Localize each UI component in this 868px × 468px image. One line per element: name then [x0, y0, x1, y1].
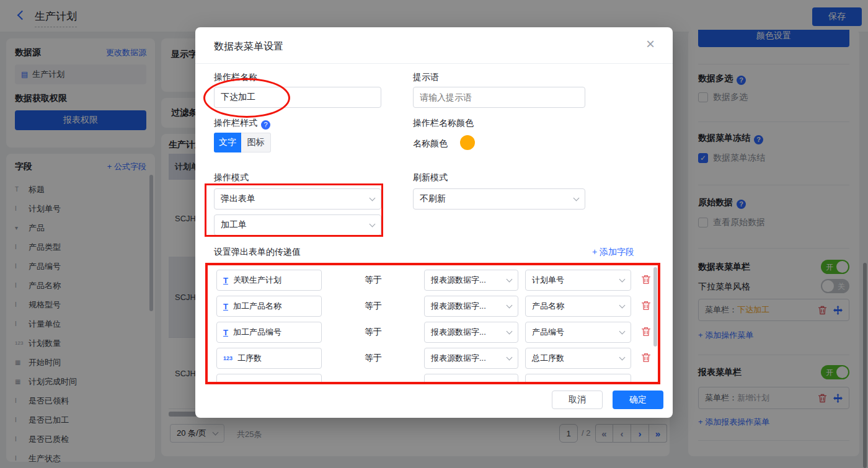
source-field-select[interactable]: 计划单号 — [525, 270, 631, 291]
action-mode-label: 操作模式 — [214, 172, 249, 183]
source-type-value: 报表源数据字... — [431, 301, 486, 312]
name-color-label: 操作栏名称颜色 — [413, 118, 474, 129]
source-type-select[interactable]: 报表源数据字... — [424, 322, 518, 343]
name-color-text: 名称颜色 — [413, 138, 448, 149]
add-field-link[interactable]: + 添加字段 — [592, 247, 634, 258]
refresh-mode-label: 刷新模式 — [413, 172, 448, 183]
action-name-input[interactable] — [214, 87, 381, 108]
source-type-select[interactable]: 报表源数据字... — [424, 348, 518, 369]
operator-label: 等于 — [365, 353, 382, 364]
source-field-value: 产品名称 — [532, 301, 564, 312]
modal-title: 数据表菜单设置 — [214, 40, 283, 53]
transfer-field-input[interactable] — [216, 374, 322, 383]
delete-row-button[interactable] — [641, 353, 651, 365]
chevron-down-icon — [507, 354, 513, 360]
operator-label: 等于 — [365, 301, 382, 312]
transfer-field-name: 加工产品编号 — [233, 327, 281, 338]
tip-input[interactable] — [413, 87, 585, 108]
style-text-option[interactable]: 文字 — [214, 133, 241, 152]
transfer-field-name: 工序数 — [237, 353, 262, 364]
source-field-value: 产品编号 — [532, 327, 564, 338]
source-field-select[interactable]: 产品编号 — [525, 322, 631, 343]
action-name-label: 操作栏名称 — [214, 72, 257, 83]
style-icon-option[interactable]: 图标 — [241, 133, 271, 152]
source-field-value: 总工序数 — [532, 353, 564, 364]
style-text-label: 文字 — [219, 137, 236, 148]
tip-label: 提示语 — [413, 72, 439, 83]
chevron-down-icon — [574, 195, 580, 201]
action-style-label-text: 操作栏样式 — [214, 118, 257, 128]
text-field-icon: T — [223, 328, 228, 337]
delete-row-button[interactable] — [641, 327, 651, 339]
confirm-button[interactable]: 确定 — [613, 391, 663, 409]
transfer-field-input[interactable]: T加工产品名称 — [216, 296, 322, 317]
cancel-button[interactable]: 取消 — [552, 391, 603, 409]
action-mode-value: 弹出表单 — [221, 193, 255, 205]
chevron-down-icon — [370, 221, 376, 227]
source-type-select[interactable]: 报表源数据字... — [424, 296, 518, 317]
refresh-mode-value: 不刷新 — [420, 193, 446, 205]
transfer-field-input[interactable]: T加工产品编号 — [216, 322, 322, 343]
transfer-field-input[interactable]: 123工序数 — [216, 348, 322, 369]
chevron-down-icon — [507, 302, 513, 308]
transfer-field-name: 关联生产计划 — [233, 275, 281, 286]
number-field-icon: 123 — [223, 355, 232, 361]
transfer-row-partial — [207, 374, 659, 383]
color-swatch[interactable] — [460, 135, 475, 150]
action-mode-select[interactable]: 弹出表单 — [214, 188, 381, 210]
source-type-select[interactable] — [424, 374, 518, 383]
source-field-value: 计划单号 — [532, 275, 564, 286]
transfer-rows-container: T关联生产计划 等于 报表源数据字... 计划单号 T加工产品名称 等于 报表源… — [206, 264, 659, 383]
style-icon-label: 图标 — [247, 137, 265, 148]
modal-header: 数据表菜单设置 × — [195, 27, 673, 64]
text-field-icon: T — [223, 276, 228, 285]
chevron-down-icon — [507, 276, 513, 282]
trash-icon — [641, 327, 651, 337]
operator-label: 等于 — [365, 327, 382, 338]
operator-label: 等于 — [365, 275, 382, 286]
trash-icon — [641, 353, 651, 363]
transfer-row: T加工产品编号 等于 报表源数据字... 产品编号 — [207, 322, 659, 343]
source-field-select[interactable]: 总工序数 — [525, 348, 631, 369]
source-field-select[interactable]: 产品名称 — [525, 296, 631, 317]
table-menu-settings-modal: 数据表菜单设置 × 操作栏名称 提示语 操作栏样式? 操作栏名称颜色 文字 图标… — [195, 27, 673, 418]
source-type-value: 报表源数据字... — [431, 327, 486, 338]
app-root: 生产计划 保存 数据源 更改数据源 ▤ 生产计划 数据获取权限 报表权限 字段 … — [0, 0, 868, 468]
transfer-field-input[interactable]: T关联生产计划 — [216, 270, 322, 291]
close-icon[interactable]: × — [646, 35, 655, 53]
trash-icon — [641, 275, 651, 285]
transfer-field-name: 加工产品名称 — [233, 301, 281, 312]
form-select-value: 加工单 — [221, 219, 247, 231]
chevron-down-icon — [619, 328, 626, 334]
transfer-row: 123工序数 等于 报表源数据字... 总工序数 — [207, 348, 659, 369]
delete-row-button[interactable] — [641, 301, 651, 313]
source-type-value: 报表源数据字... — [431, 275, 486, 286]
trash-icon — [641, 301, 651, 311]
refresh-mode-select[interactable]: 不刷新 — [413, 188, 585, 210]
transfer-row: T加工产品名称 等于 报表源数据字... 产品名称 — [207, 296, 659, 317]
chevron-down-icon — [619, 302, 626, 308]
delete-row-button[interactable] — [641, 275, 651, 287]
transfer-values-label: 设置弹出表单的传递值 — [214, 247, 301, 258]
source-field-select[interactable] — [525, 374, 631, 383]
rows-scrollbar[interactable] — [653, 267, 657, 347]
help-icon[interactable]: ? — [261, 120, 270, 130]
chevron-down-icon — [370, 195, 376, 201]
form-select[interactable]: 加工单 — [214, 214, 381, 236]
source-type-value: 报表源数据字... — [431, 353, 486, 364]
source-type-select[interactable]: 报表源数据字... — [424, 270, 518, 291]
text-field-icon: T — [223, 302, 228, 311]
chevron-down-icon — [619, 354, 626, 360]
chevron-down-icon — [619, 276, 626, 282]
transfer-row: T关联生产计划 等于 报表源数据字... 计划单号 — [207, 270, 659, 291]
action-style-label: 操作栏样式? — [214, 118, 270, 130]
chevron-down-icon — [507, 328, 513, 334]
